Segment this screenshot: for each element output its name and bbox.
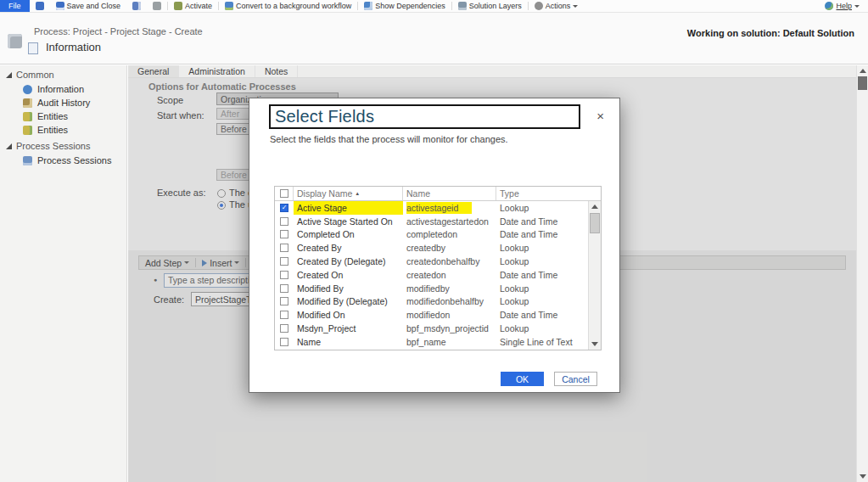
sidebar-item-entities-1[interactable]: Entities (0, 109, 126, 123)
field-display-name: Msdyn_Project (294, 322, 403, 335)
save-as-button[interactable] (126, 0, 147, 12)
save-icon (36, 2, 44, 10)
field-row[interactable]: Namebpf_nameSingle Line of Text (275, 335, 588, 349)
save-and-close-icon (56, 2, 64, 10)
row-checkbox[interactable] (275, 335, 294, 349)
field-display-name: Created On (294, 268, 403, 282)
row-checkbox[interactable] (275, 255, 294, 268)
row-checkbox[interactable] (275, 308, 294, 322)
row-checkbox[interactable] (275, 268, 294, 282)
sidebar-section-process-sessions[interactable]: Process Sessions (0, 137, 126, 154)
select-all-checkbox[interactable] (275, 187, 294, 200)
tab-notes[interactable]: Notes (255, 65, 298, 77)
table-scroll-down-button[interactable] (589, 339, 601, 350)
field-type: Date and Time (496, 268, 588, 282)
field-display-name: Created By (Delegate) (294, 255, 403, 268)
sidebar-item-audit-history[interactable]: Audit History (0, 96, 126, 109)
column-header-type[interactable]: Type (496, 187, 601, 200)
table-scroll-up-button[interactable] (589, 201, 601, 212)
field-schema-name: createdonbehalfby (403, 255, 496, 268)
column-label: Display Name (297, 188, 352, 199)
row-checkbox[interactable] (275, 295, 294, 309)
activate-button[interactable]: Activate (168, 0, 218, 12)
convert-workflow-icon (225, 2, 233, 10)
show-dependencies-button[interactable]: Show Dependencies (358, 0, 451, 12)
field-row[interactable]: Modified OnmodifiedonDate and Time (275, 308, 588, 322)
process-sessions-icon (23, 156, 32, 165)
sidebar-item-label: Entities (37, 125, 68, 135)
tab-administration[interactable]: Administration (179, 65, 255, 77)
fields-table: Display Name ▲ Name Type ✓Active Stageac… (274, 186, 602, 350)
close-icon[interactable]: × (596, 109, 604, 122)
sidebar-item-label: Information (37, 84, 84, 94)
help-menu-button[interactable]: Help (825, 2, 868, 10)
sort-asc-icon: ▲ (355, 191, 360, 196)
help-globe-icon (825, 2, 833, 10)
row-checkbox[interactable] (275, 228, 294, 242)
sidebar-item-label: Process Sessions (37, 155, 111, 165)
field-row[interactable]: Created BycreatedbyLookup (275, 241, 588, 255)
field-row[interactable]: Created OncreatedonDate and Time (275, 268, 588, 282)
fields-table-header: Display Name ▲ Name Type (275, 187, 601, 201)
field-schema-name: modifiedon (403, 308, 496, 322)
table-scrollbar[interactable] (588, 201, 601, 350)
dialog-title-box: Select Fields (269, 104, 580, 129)
table-scrollbar-thumb[interactable] (590, 213, 600, 233)
row-checkbox[interactable] (275, 241, 294, 255)
solution-layers-button[interactable]: Solution Layers (452, 0, 528, 12)
ok-button[interactable]: OK (501, 372, 544, 386)
field-row[interactable]: ✓Active StageactivestageidLookup (275, 201, 588, 215)
checkbox-icon: ✓ (280, 204, 288, 212)
field-display-name: Modified By (294, 282, 403, 295)
row-checkbox[interactable] (275, 322, 294, 335)
convert-to-background-workflow-button[interactable]: Convert to a background workflow (219, 0, 357, 12)
scroll-down-button[interactable] (857, 471, 868, 482)
activate-label: Activate (185, 2, 212, 10)
save-as-icon (132, 2, 141, 10)
column-header-name[interactable]: Name (403, 187, 496, 200)
sidebar-item-label: Audit History (37, 98, 90, 108)
sidebar-item-process-sessions[interactable]: Process Sessions (0, 154, 126, 167)
save-and-close-button[interactable]: Save and Close (50, 0, 127, 12)
field-schema-name: bpf_name (403, 335, 496, 349)
row-checkbox[interactable] (275, 215, 294, 228)
chevron-down-icon (573, 5, 578, 8)
sidebar-nav: Common Information Audit History Entitie… (0, 65, 127, 482)
field-type: Lookup (496, 282, 588, 295)
audit-history-icon (23, 98, 32, 108)
field-row[interactable]: Completed OncompletedonDate and Time (275, 228, 588, 242)
save-button[interactable] (30, 0, 50, 12)
tab-general[interactable]: General (128, 65, 179, 77)
page-scrollbar-thumb[interactable] (858, 76, 867, 90)
field-schema-name: createdby (403, 241, 496, 255)
field-row[interactable]: Msdyn_Projectbpf_msdyn_projectidLookup (275, 322, 588, 335)
sidebar-item-information[interactable]: Information (0, 82, 126, 96)
field-display-name: Active Stage Started On (294, 215, 403, 228)
scroll-up-button[interactable] (857, 65, 868, 76)
export-button[interactable] (147, 0, 167, 12)
checkbox-icon (280, 217, 288, 226)
form-tab-bar: General Administration Notes (128, 65, 856, 78)
field-display-name: Modified By (Delegate) (294, 295, 403, 309)
sidebar-section-common[interactable]: Common (0, 65, 126, 82)
field-schema-name: modifiedonbehalfby (403, 295, 496, 309)
save-and-close-label: Save and Close (67, 2, 121, 10)
row-checkbox[interactable]: ✓ (275, 201, 294, 215)
scroll-up-icon (591, 205, 598, 209)
page-scrollbar[interactable] (856, 65, 868, 482)
actions-menu-button[interactable]: Actions (529, 0, 585, 12)
solution-layers-label: Solution Layers (469, 2, 522, 10)
sidebar-item-entities-2[interactable]: Entities (0, 123, 126, 137)
field-row[interactable]: Modified BymodifiedbyLookup (275, 282, 588, 295)
cancel-button[interactable]: Cancel (554, 372, 597, 386)
field-row[interactable]: Modified By (Delegate)modifiedonbehalfby… (275, 295, 588, 309)
field-schema-name: activestageid (403, 201, 496, 215)
file-menu-button[interactable]: File (0, 0, 30, 12)
field-row[interactable]: Active Stage Started Onactivestagestarte… (275, 215, 588, 228)
checkbox-icon (280, 284, 288, 293)
row-checkbox[interactable] (275, 282, 294, 295)
field-row[interactable]: Created By (Delegate)createdonbehalfbyLo… (275, 255, 588, 268)
column-header-display-name[interactable]: Display Name ▲ (294, 187, 403, 200)
breadcrumb: Process: Project - Project Stage - Creat… (34, 26, 203, 36)
checkbox-icon (280, 271, 288, 279)
